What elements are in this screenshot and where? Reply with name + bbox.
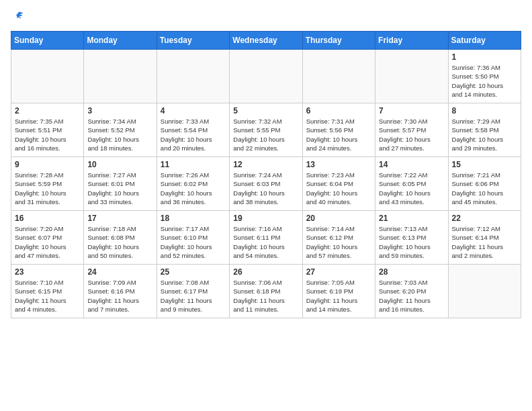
calendar-day-cell: 17Sunrise: 7:18 AM Sunset: 6:08 PM Dayli… [84, 211, 157, 265]
day-number: 24 [87, 267, 152, 277]
day-info: Sunrise: 7:09 AM Sunset: 6:16 PM Dayligh… [87, 278, 152, 314]
day-info: Sunrise: 7:31 AM Sunset: 5:56 PM Dayligh… [306, 117, 371, 152]
calendar-header-row: SundayMondayTuesdayWednesdayThursdayFrid… [11, 32, 521, 50]
day-number: 22 [452, 214, 517, 223]
day-info: Sunrise: 7:33 AM Sunset: 5:54 PM Dayligh… [161, 117, 226, 152]
calendar-day-cell [302, 50, 375, 103]
calendar-day-cell [84, 50, 157, 103]
day-info: Sunrise: 7:32 AM Sunset: 5:55 PM Dayligh… [233, 117, 298, 152]
weekday-header-friday: Friday [375, 32, 448, 50]
day-info: Sunrise: 7:36 AM Sunset: 5:50 PM Dayligh… [452, 63, 517, 99]
calendar-day-cell: 8Sunrise: 7:29 AM Sunset: 5:58 PM Daylig… [448, 103, 521, 157]
calendar-week-row: 2Sunrise: 7:35 AM Sunset: 5:51 PM Daylig… [11, 103, 521, 157]
calendar-day-cell: 13Sunrise: 7:23 AM Sunset: 6:04 PM Dayli… [302, 157, 375, 211]
logo-bird-icon [12, 11, 24, 23]
day-number: 12 [233, 160, 298, 169]
weekday-header-monday: Monday [84, 32, 157, 50]
day-number: 7 [379, 106, 444, 116]
calendar-day-cell: 10Sunrise: 7:27 AM Sunset: 6:01 PM Dayli… [84, 157, 157, 211]
day-number: 11 [161, 160, 226, 169]
day-info: Sunrise: 7:12 AM Sunset: 6:14 PM Dayligh… [452, 224, 517, 260]
day-number: 16 [15, 214, 80, 223]
day-number: 27 [306, 267, 371, 277]
day-info: Sunrise: 7:10 AM Sunset: 6:15 PM Dayligh… [15, 278, 80, 314]
day-info: Sunrise: 7:06 AM Sunset: 6:18 PM Dayligh… [233, 278, 298, 314]
calendar-day-cell: 1Sunrise: 7:36 AM Sunset: 5:50 PM Daylig… [448, 50, 521, 103]
calendar-day-cell: 12Sunrise: 7:24 AM Sunset: 6:03 PM Dayli… [230, 157, 302, 211]
calendar-day-cell: 5Sunrise: 7:32 AM Sunset: 5:55 PM Daylig… [230, 103, 302, 157]
calendar-day-cell: 4Sunrise: 7:33 AM Sunset: 5:54 PM Daylig… [157, 103, 229, 157]
calendar-day-cell: 15Sunrise: 7:21 AM Sunset: 6:06 PM Dayli… [448, 157, 521, 211]
day-number: 28 [379, 267, 444, 277]
calendar-day-cell: 14Sunrise: 7:22 AM Sunset: 6:05 PM Dayli… [375, 157, 448, 211]
calendar-day-cell [11, 50, 84, 103]
calendar-day-cell: 7Sunrise: 7:30 AM Sunset: 5:57 PM Daylig… [375, 103, 448, 157]
day-number: 26 [233, 267, 298, 277]
day-number: 20 [306, 214, 371, 223]
calendar-day-cell: 11Sunrise: 7:26 AM Sunset: 6:02 PM Dayli… [157, 157, 229, 211]
calendar-day-cell: 19Sunrise: 7:16 AM Sunset: 6:11 PM Dayli… [230, 211, 302, 265]
day-info: Sunrise: 7:24 AM Sunset: 6:03 PM Dayligh… [233, 171, 298, 206]
calendar-day-cell: 28Sunrise: 7:03 AM Sunset: 6:20 PM Dayli… [375, 265, 448, 318]
day-info: Sunrise: 7:05 AM Sunset: 6:19 PM Dayligh… [306, 278, 371, 314]
day-number: 2 [15, 106, 80, 116]
day-info: Sunrise: 7:22 AM Sunset: 6:05 PM Dayligh… [379, 171, 444, 206]
calendar-week-row: 9Sunrise: 7:28 AM Sunset: 5:59 PM Daylig… [11, 157, 521, 211]
day-info: Sunrise: 7:14 AM Sunset: 6:12 PM Dayligh… [306, 224, 371, 260]
day-number: 19 [233, 214, 298, 223]
weekday-header-saturday: Saturday [448, 32, 521, 50]
day-number: 5 [233, 106, 298, 116]
day-info: Sunrise: 7:27 AM Sunset: 6:01 PM Dayligh… [87, 171, 152, 206]
day-info: Sunrise: 7:03 AM Sunset: 6:20 PM Dayligh… [379, 278, 444, 314]
calendar-day-cell: 24Sunrise: 7:09 AM Sunset: 6:16 PM Dayli… [84, 265, 157, 318]
calendar-day-cell [157, 50, 229, 103]
calendar-day-cell [230, 50, 302, 103]
calendar-table: SundayMondayTuesdayWednesdayThursdayFrid… [11, 31, 521, 318]
calendar-day-cell: 18Sunrise: 7:17 AM Sunset: 6:10 PM Dayli… [157, 211, 229, 265]
calendar-day-cell: 25Sunrise: 7:08 AM Sunset: 6:17 PM Dayli… [157, 265, 229, 318]
calendar-day-cell: 20Sunrise: 7:14 AM Sunset: 6:12 PM Dayli… [302, 211, 375, 265]
calendar-day-cell: 27Sunrise: 7:05 AM Sunset: 6:19 PM Dayli… [302, 265, 375, 318]
day-info: Sunrise: 7:23 AM Sunset: 6:04 PM Dayligh… [306, 171, 371, 206]
day-info: Sunrise: 7:30 AM Sunset: 5:57 PM Dayligh… [379, 117, 444, 152]
day-info: Sunrise: 7:17 AM Sunset: 6:10 PM Dayligh… [161, 224, 226, 260]
day-number: 23 [15, 267, 80, 277]
calendar-day-cell [448, 265, 521, 318]
day-number: 4 [161, 106, 226, 116]
day-info: Sunrise: 7:26 AM Sunset: 6:02 PM Dayligh… [161, 171, 226, 206]
page-header [11, 11, 521, 23]
day-info: Sunrise: 7:08 AM Sunset: 6:17 PM Dayligh… [161, 278, 226, 314]
calendar-day-cell: 6Sunrise: 7:31 AM Sunset: 5:56 PM Daylig… [302, 103, 375, 157]
day-info: Sunrise: 7:34 AM Sunset: 5:52 PM Dayligh… [87, 117, 152, 152]
day-number: 8 [452, 106, 517, 116]
weekday-header-wednesday: Wednesday [230, 32, 302, 50]
weekday-header-tuesday: Tuesday [157, 32, 229, 50]
day-info: Sunrise: 7:21 AM Sunset: 6:06 PM Dayligh… [452, 171, 517, 206]
day-number: 15 [452, 160, 517, 169]
calendar-week-row: 23Sunrise: 7:10 AM Sunset: 6:15 PM Dayli… [11, 265, 521, 318]
day-number: 21 [379, 214, 444, 223]
calendar-day-cell: 16Sunrise: 7:20 AM Sunset: 6:07 PM Dayli… [11, 211, 84, 265]
day-info: Sunrise: 7:20 AM Sunset: 6:07 PM Dayligh… [15, 224, 80, 260]
calendar-week-row: 1Sunrise: 7:36 AM Sunset: 5:50 PM Daylig… [11, 50, 521, 103]
calendar-week-row: 16Sunrise: 7:20 AM Sunset: 6:07 PM Dayli… [11, 211, 521, 265]
calendar-day-cell: 3Sunrise: 7:34 AM Sunset: 5:52 PM Daylig… [84, 103, 157, 157]
calendar-day-cell [375, 50, 448, 103]
day-info: Sunrise: 7:28 AM Sunset: 5:59 PM Dayligh… [15, 171, 80, 206]
day-number: 3 [87, 106, 152, 116]
day-number: 10 [87, 160, 152, 169]
day-number: 6 [306, 106, 371, 116]
weekday-header-sunday: Sunday [11, 32, 84, 50]
day-info: Sunrise: 7:18 AM Sunset: 6:08 PM Dayligh… [87, 224, 152, 260]
day-number: 25 [161, 267, 226, 277]
day-info: Sunrise: 7:29 AM Sunset: 5:58 PM Dayligh… [452, 117, 517, 152]
calendar-day-cell: 22Sunrise: 7:12 AM Sunset: 6:14 PM Dayli… [448, 211, 521, 265]
day-number: 18 [161, 214, 226, 223]
weekday-header-thursday: Thursday [302, 32, 375, 50]
logo [11, 11, 24, 23]
calendar-day-cell: 9Sunrise: 7:28 AM Sunset: 5:59 PM Daylig… [11, 157, 84, 211]
calendar-day-cell: 21Sunrise: 7:13 AM Sunset: 6:13 PM Dayli… [375, 211, 448, 265]
day-number: 13 [306, 160, 371, 169]
day-info: Sunrise: 7:16 AM Sunset: 6:11 PM Dayligh… [233, 224, 298, 260]
calendar-day-cell: 23Sunrise: 7:10 AM Sunset: 6:15 PM Dayli… [11, 265, 84, 318]
